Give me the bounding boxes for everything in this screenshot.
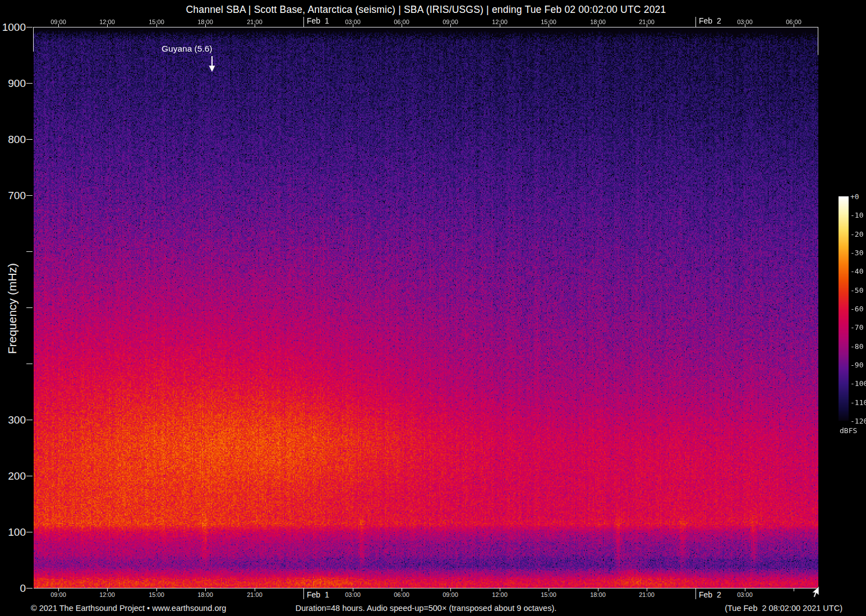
x-tick-label-bottom: 12:00 — [492, 591, 508, 598]
x-tick-label-top: 06:00 — [394, 19, 409, 25]
x-tick-label-bottom: Feb 2 — [699, 590, 721, 599]
colorbar-gradient — [839, 196, 849, 421]
colorbar-tick-label: -80 — [850, 342, 863, 351]
x-tick-label-bottom: 03:00 — [737, 591, 753, 598]
y-tick-label: 0 — [0, 582, 26, 595]
y-tick — [26, 27, 33, 27]
y-tick-label: 200 — [0, 470, 26, 482]
x-tick-label-bottom: 06:00 — [394, 591, 409, 598]
colorbar-tick-label: -60 — [850, 305, 863, 313]
x-tick-label-top: 21:00 — [639, 19, 655, 25]
colorbar-tick-label: -20 — [850, 230, 863, 238]
colorbar-tick-label: -110 — [850, 398, 866, 407]
page-root: Channel SBA | Scott Base, Antarctica (se… — [0, 0, 866, 616]
y-axis-title: Frequency (mHz) — [6, 160, 19, 457]
colorbar-tick-label: -40 — [850, 267, 863, 275]
x-tick-label-top: 18:00 — [590, 19, 606, 25]
y-tick — [26, 420, 33, 420]
x-tick-label-bottom: 18:00 — [590, 591, 606, 598]
y-tick — [26, 588, 33, 589]
y-tick-label: 1000 — [0, 21, 26, 34]
y-tick-label: 800 — [0, 134, 26, 146]
x-tick-bottom — [695, 588, 696, 599]
colorbar-tick-label: -50 — [850, 286, 863, 295]
y-tick-label: 900 — [0, 77, 26, 90]
event-annotation-label: Guyana (5.6) — [162, 44, 212, 54]
y-tick-label: 700 — [0, 190, 26, 202]
colorbar-tick-label: -120 — [850, 417, 866, 425]
x-tick-label-top: 15:00 — [541, 19, 556, 25]
spectrogram-canvas — [34, 27, 818, 588]
colorbar-tick-label: -90 — [850, 361, 863, 369]
colorbar-tick-label: -70 — [850, 323, 863, 332]
y-tick-label: 100 — [0, 526, 26, 539]
annotation-down-arrow-icon — [208, 56, 216, 72]
x-tick-label-top: 12:00 — [99, 19, 115, 25]
x-tick-label-bottom: 15:00 — [541, 591, 556, 598]
x-tick-label-bottom: 18:00 — [197, 591, 213, 598]
colorbar-tick-label: -10 — [850, 211, 863, 219]
plot-end-endcap-top — [818, 27, 818, 55]
x-tick-label-top: 09:00 — [443, 19, 458, 25]
colorbar-unit-label: dBFS — [840, 426, 857, 435]
x-tick-label-top: 09:00 — [50, 19, 66, 25]
x-axis-line-top — [34, 27, 818, 27]
x-tick-label-top: 15:00 — [149, 19, 164, 25]
x-tick-label-bottom: 09:00 — [443, 591, 458, 598]
x-tick-label-top: 03:00 — [737, 19, 753, 25]
x-tick-label-top: 12:00 — [492, 19, 508, 25]
colorbar-tick-label: -30 — [850, 249, 863, 257]
plot-start-endcap — [33, 27, 34, 52]
x-tick-label-bottom: 12:00 — [99, 591, 115, 598]
x-tick-label-bottom: 21:00 — [247, 591, 262, 598]
x-tick-label-top: 06:00 — [786, 19, 801, 25]
x-tick-label-bottom: 15:00 — [149, 591, 164, 598]
x-tick-bottom — [303, 588, 304, 599]
x-tick-label-bottom: 21:00 — [639, 591, 655, 598]
x-tick-label-top: Feb 2 — [699, 16, 721, 25]
x-tick-label-top: 03:00 — [345, 19, 361, 25]
chart-title: Channel SBA | Scott Base, Antarctica (se… — [34, 4, 818, 16]
colorbar-tick-label: -100 — [850, 379, 866, 388]
colorbar-tick-label: +0 — [850, 192, 859, 201]
mouse-cursor-icon — [809, 586, 821, 600]
y-tick — [26, 532, 33, 532]
x-axis-line-bottom — [34, 588, 818, 589]
x-tick-top — [303, 17, 304, 27]
y-tick — [26, 83, 33, 84]
x-tick-label-bottom: 03:00 — [345, 591, 361, 598]
x-tick-top — [695, 17, 696, 27]
y-tick — [26, 139, 33, 140]
footer-end-timestamp: (Tue Feb 2 08:02:00 2021 UTC) — [562, 604, 842, 613]
x-tick-label-top: 18:00 — [197, 19, 213, 25]
x-tick-bottom — [794, 588, 794, 591]
y-tick — [26, 307, 33, 308]
y-tick — [26, 476, 33, 476]
x-tick-label-bottom: 09:00 — [50, 591, 66, 598]
y-tick — [26, 251, 33, 252]
y-tick-label: 300 — [0, 414, 26, 426]
x-tick-label-top: 21:00 — [247, 19, 262, 25]
x-tick-label-bottom: Feb 1 — [307, 590, 329, 599]
y-tick — [26, 195, 33, 196]
x-tick-label-top: Feb 1 — [307, 16, 329, 25]
y-tick — [26, 364, 33, 364]
